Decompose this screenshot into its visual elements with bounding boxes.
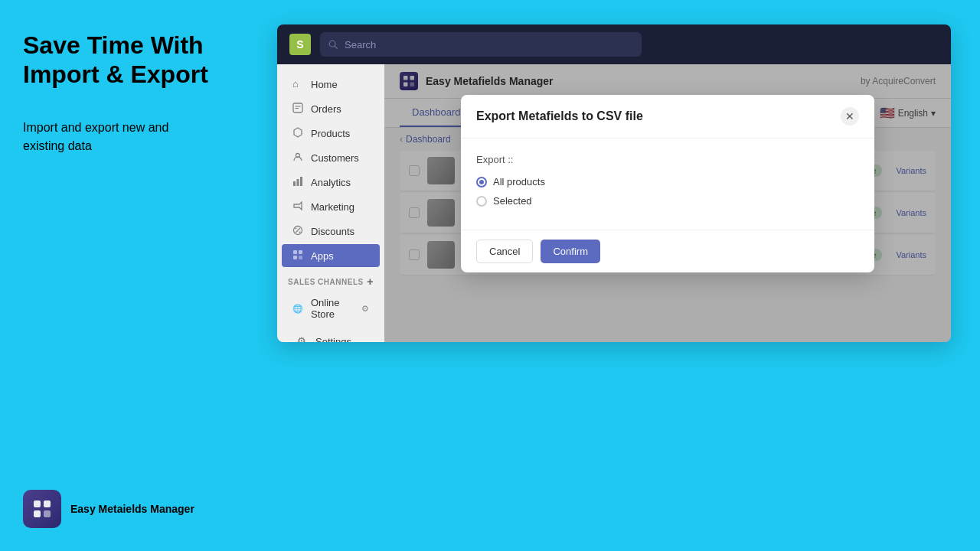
svg-line-5 <box>335 46 337 48</box>
sidebar-label-online-store: Online Store <box>311 297 355 320</box>
bottom-brand: Easy Metaields Manager <box>23 490 194 528</box>
sidebar-label-products: Products <box>311 128 350 139</box>
radio-all-products-circle <box>476 177 487 187</box>
sidebar-item-analytics[interactable]: Analytics <box>282 171 380 194</box>
sidebar-label-discounts: Discounts <box>311 226 354 237</box>
radio-all-products-label: All products <box>493 176 545 187</box>
search-bar[interactable]: Search <box>320 32 642 57</box>
radio-selected[interactable]: Selected <box>476 195 859 207</box>
page-area: Easy Metafields Manager by AcquireConver… <box>384 64 951 342</box>
brand-label: Easy Metaields Manager <box>70 503 194 515</box>
radio-dot <box>479 180 484 184</box>
svg-rect-19 <box>293 256 297 259</box>
svg-rect-2 <box>34 510 41 517</box>
svg-rect-3 <box>44 510 51 517</box>
svg-rect-17 <box>293 250 297 254</box>
browser-window: S Search Home <box>277 24 951 342</box>
analytics-icon <box>292 176 305 188</box>
radio-all-products[interactable]: All products <box>476 176 859 187</box>
sidebar-label-settings: Settings <box>315 336 351 343</box>
svg-point-16 <box>299 232 301 233</box>
modal-body: Export :: All products Selected <box>461 139 874 230</box>
modal-footer: Cancel Confirm <box>461 230 874 272</box>
modal-header: Export Metafields to CSV file ✕ <box>461 95 874 139</box>
customers-icon <box>292 152 305 164</box>
sidebar-item-products[interactable]: Products <box>282 122 380 145</box>
sidebar: Home Orders Products <box>277 64 384 342</box>
sidebar-item-orders[interactable]: Orders <box>282 97 380 120</box>
home-icon <box>292 78 305 90</box>
apps-icon <box>292 249 305 262</box>
svg-rect-10 <box>293 181 296 186</box>
svg-rect-1 <box>44 500 51 507</box>
products-icon <box>292 127 305 139</box>
shopify-logo: S <box>289 34 311 55</box>
cancel-button[interactable]: Cancel <box>476 240 533 263</box>
online-store-settings-icon[interactable]: ⚙ <box>361 304 369 314</box>
radio-selected-circle <box>476 196 487 207</box>
sidebar-label-orders: Orders <box>311 103 341 115</box>
sidebar-label-apps: Apps <box>311 250 334 262</box>
sidebar-label-customers: Customers <box>311 152 359 164</box>
search-placeholder: Search <box>345 39 376 51</box>
sidebar-label-home: Home <box>311 79 338 90</box>
left-panel: Save Time With Import & Export Import an… <box>0 0 276 551</box>
export-label: Export :: <box>476 154 859 165</box>
add-sales-channel-icon[interactable]: + <box>367 276 374 288</box>
sidebar-item-marketing[interactable]: Marketing <box>282 195 380 218</box>
confirm-button[interactable]: Confirm <box>541 240 600 263</box>
brand-icon <box>23 490 61 528</box>
svg-point-15 <box>296 228 297 230</box>
svg-rect-0 <box>34 500 41 507</box>
search-icon <box>328 39 338 50</box>
modal-overlay: Export Metafields to CSV file ✕ Export :… <box>384 64 951 342</box>
sidebar-item-customers[interactable]: Customers <box>282 146 380 169</box>
svg-rect-18 <box>299 250 302 254</box>
discounts-icon <box>292 225 305 237</box>
headline: Save Time With Import & Export <box>23 31 253 90</box>
marketing-icon <box>292 201 305 213</box>
orders-icon <box>292 103 305 115</box>
settings-icon: ⚙ <box>297 335 309 342</box>
svg-rect-20 <box>299 256 302 259</box>
subtext: Import and export new and existing data <box>23 119 253 155</box>
sidebar-label-analytics: Analytics <box>311 177 351 188</box>
online-store-icon <box>292 302 305 315</box>
svg-rect-11 <box>297 179 299 186</box>
sidebar-item-settings[interactable]: ⚙ Settings <box>286 330 375 342</box>
modal-title: Export Metafields to CSV file <box>476 109 643 123</box>
sidebar-item-apps[interactable]: Apps <box>282 244 380 267</box>
sidebar-section-sales-channels: Sales Channels + <box>277 268 384 291</box>
svg-rect-12 <box>300 177 302 186</box>
sidebar-item-discounts[interactable]: Discounts <box>282 220 380 243</box>
main-content: Home Orders Products <box>277 64 951 342</box>
modal-close-button[interactable]: ✕ <box>841 107 859 126</box>
radio-selected-label: Selected <box>493 195 532 207</box>
sidebar-label-marketing: Marketing <box>311 201 354 213</box>
shopify-topbar: S Search <box>277 24 951 64</box>
sidebar-item-online-store[interactable]: Online Store ⚙ <box>282 292 380 325</box>
sidebar-item-home[interactable]: Home <box>282 73 380 96</box>
export-modal: Export Metafields to CSV file ✕ Export :… <box>461 95 874 272</box>
